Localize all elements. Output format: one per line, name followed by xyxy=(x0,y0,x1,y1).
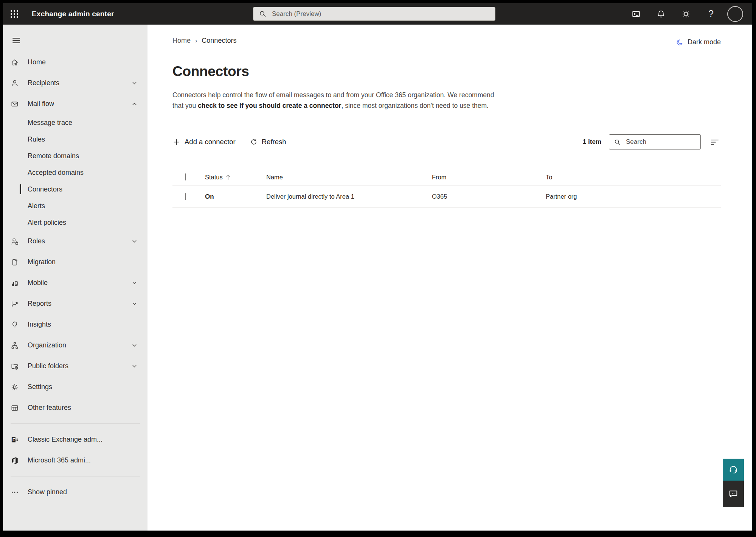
refresh-button[interactable]: Refresh xyxy=(250,138,286,146)
sidebar-item-recipients[interactable]: Recipients xyxy=(3,73,147,93)
global-search-input[interactable] xyxy=(271,10,490,18)
person-icon xyxy=(11,79,19,87)
row-from: O365 xyxy=(432,193,546,200)
lightbulb-icon xyxy=(11,321,19,329)
home-icon xyxy=(11,58,19,67)
breadcrumb-separator-icon: › xyxy=(195,37,197,44)
exchange-logo-icon: E xyxy=(11,436,19,444)
filter-icon[interactable] xyxy=(708,136,721,148)
chevron-up-icon xyxy=(131,101,138,107)
sidebar-item-remote-domains[interactable]: Remote domains xyxy=(3,148,147,164)
sidebar-item-settings[interactable]: Settings xyxy=(3,377,147,397)
document-arrow-icon xyxy=(11,258,19,266)
main-content: Home › Connectors Dark mode Connectors xyxy=(147,25,752,531)
sidebar-item-public-folders[interactable]: Public folders xyxy=(3,356,147,377)
avatar[interactable] xyxy=(727,6,743,22)
sidebar-item-reports[interactable]: Reports xyxy=(3,293,147,314)
powershell-icon[interactable] xyxy=(627,5,645,23)
row-name[interactable]: Deliver journal directly to Area 1 xyxy=(266,193,432,200)
column-header-from[interactable]: From xyxy=(432,174,546,181)
item-count: 1 item xyxy=(583,138,601,146)
sidebar-item-mobile[interactable]: Mobile xyxy=(3,272,147,293)
page-title: Connectors xyxy=(172,64,721,79)
floating-action-buttons xyxy=(723,459,744,507)
sidebar-item-insights[interactable]: Insights xyxy=(3,314,147,335)
support-headset-icon[interactable] xyxy=(723,459,744,481)
sidebar-divider xyxy=(11,423,140,424)
help-icon[interactable]: ? xyxy=(702,5,720,23)
line-chart-icon xyxy=(11,300,19,308)
search-icon xyxy=(259,10,267,18)
sidebar-item-alerts[interactable]: Alerts xyxy=(3,198,147,214)
hamburger-menu-icon[interactable] xyxy=(8,33,25,48)
global-search-box[interactable] xyxy=(253,7,495,21)
office-logo-icon xyxy=(11,456,19,465)
sidebar-nav: Home Recipients xyxy=(3,25,147,531)
table-grid-icon xyxy=(11,404,19,412)
mobile-chart-icon xyxy=(11,279,19,287)
svg-text:E: E xyxy=(12,437,15,442)
row-checkbox[interactable] xyxy=(185,193,186,200)
feedback-chat-icon[interactable] xyxy=(723,481,744,507)
sidebar-item-rules[interactable]: Rules xyxy=(3,131,147,148)
gear-icon xyxy=(11,383,19,391)
create-connector-link[interactable]: check to see if you should create a conn… xyxy=(198,102,341,109)
list-search-input[interactable] xyxy=(625,138,710,146)
search-icon xyxy=(614,139,621,146)
sidebar-item-home[interactable]: Home xyxy=(3,52,147,73)
sidebar-item-message-trace[interactable]: Message trace xyxy=(3,114,147,131)
top-bar: Exchange admin center xyxy=(3,3,752,25)
sidebar-item-connectors[interactable]: Connectors xyxy=(3,181,147,198)
top-bar-actions: ? xyxy=(627,3,743,25)
list-toolbar: Add a connector Refresh xyxy=(172,127,721,157)
sort-ascending-icon xyxy=(225,174,231,180)
app-launcher-icon[interactable] xyxy=(5,5,23,23)
notifications-bell-icon[interactable] xyxy=(652,5,670,23)
table-header-row: Status Name From To xyxy=(172,169,721,185)
sidebar-item-roles[interactable]: Roles xyxy=(3,231,147,252)
envelope-icon xyxy=(11,100,19,108)
sidebar-item-organization[interactable]: Organization xyxy=(3,335,147,356)
folder-globe-icon xyxy=(11,362,19,370)
app-title: Exchange admin center xyxy=(32,10,114,18)
description-text: , since most organizations don't need to… xyxy=(341,102,489,109)
breadcrumb: Home › Connectors xyxy=(172,37,236,45)
sidebar-item-accepted-domains[interactable]: Accepted domains xyxy=(3,164,147,181)
breadcrumb-current: Connectors xyxy=(202,37,236,45)
person-lock-icon xyxy=(11,237,19,246)
sidebar-divider xyxy=(11,476,140,476)
sidebar-item-show-pinned[interactable]: Show pinned xyxy=(3,482,147,503)
column-header-status[interactable]: Status xyxy=(205,174,266,181)
sidebar-item-mail-flow[interactable]: Mail flow xyxy=(3,93,147,114)
chevron-down-icon xyxy=(131,238,138,244)
sidebar-item-migration[interactable]: Migration xyxy=(3,252,147,272)
table-row[interactable]: On Deliver journal directly to Area 1 O3… xyxy=(172,185,721,208)
dark-mode-label: Dark mode xyxy=(688,38,721,46)
org-chart-icon xyxy=(11,341,19,350)
chevron-down-icon xyxy=(131,363,138,369)
moon-icon xyxy=(676,38,684,46)
settings-gear-icon[interactable] xyxy=(677,5,695,23)
page-description: Connectors help control the flow of emai… xyxy=(172,90,496,111)
sidebar-item-microsoft-365-admin[interactable]: Microsoft 365 admi... xyxy=(3,450,147,471)
select-all-checkbox[interactable] xyxy=(185,173,186,181)
chevron-down-icon xyxy=(131,280,138,286)
connectors-table: Status Name From To xyxy=(172,169,721,208)
app-window: Exchange admin center xyxy=(3,3,752,531)
row-status: On xyxy=(205,193,266,201)
dark-mode-toggle[interactable]: Dark mode xyxy=(676,38,721,46)
add-connector-button[interactable]: Add a connector xyxy=(172,138,236,146)
column-header-name[interactable]: Name xyxy=(266,174,432,181)
refresh-icon xyxy=(250,138,258,146)
sidebar-item-alert-policies[interactable]: Alert policies xyxy=(3,214,147,231)
sidebar-item-classic-exchange-admin[interactable]: E Classic Exchange adm... xyxy=(3,429,147,450)
sidebar-item-other-features[interactable]: Other features xyxy=(3,397,147,418)
breadcrumb-home-link[interactable]: Home xyxy=(172,37,191,45)
chevron-down-icon xyxy=(131,300,138,307)
plus-icon xyxy=(172,138,180,146)
list-search-box[interactable] xyxy=(609,134,701,149)
column-header-to[interactable]: To xyxy=(546,174,721,181)
chevron-down-icon xyxy=(131,342,138,349)
ellipsis-icon xyxy=(11,488,19,497)
chevron-down-icon xyxy=(131,80,138,86)
